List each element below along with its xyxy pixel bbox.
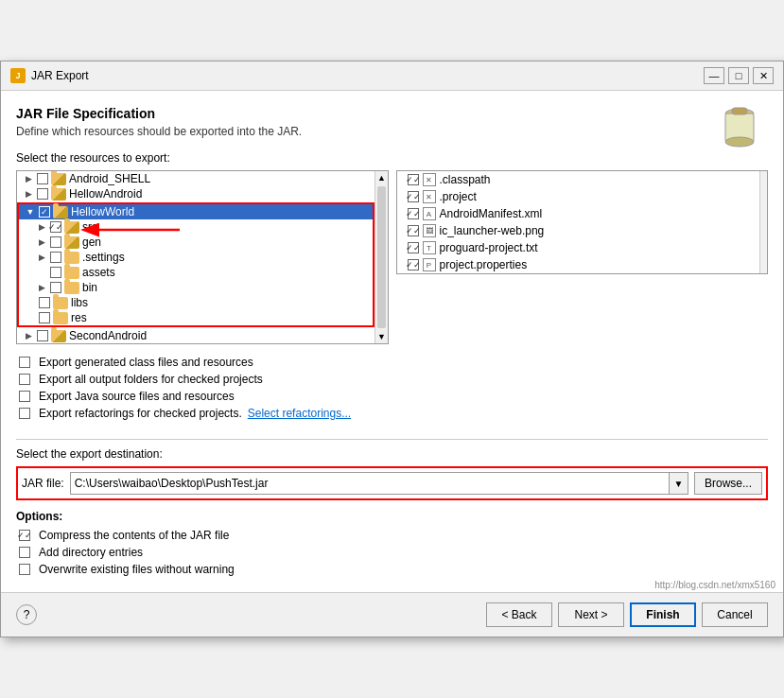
help-button[interactable]: ?	[16, 604, 37, 625]
expand-hellow-world[interactable]: ▼	[25, 206, 36, 218]
finish-button[interactable]: Finish	[630, 602, 696, 627]
tree-item-android-shell[interactable]: ▶ Android_SHELL	[17, 171, 375, 186]
expand-android-shell[interactable]: ▶	[23, 173, 34, 184]
label-opt2: Export all output folders for checked pr…	[39, 373, 263, 386]
tree-item-src[interactable]: ▶ ✓ src	[19, 219, 373, 235]
dialog-title: JAR Export	[31, 69, 89, 82]
checkbox-opt1[interactable]	[19, 357, 30, 368]
back-button[interactable]: < Back	[486, 602, 552, 627]
cancel-button[interactable]: Cancel	[702, 602, 768, 627]
checkbox-libs[interactable]	[39, 297, 50, 308]
right-item-project[interactable]: ✓ ✕ .project	[397, 188, 760, 205]
checkbox-properties[interactable]: ✓	[408, 259, 419, 270]
options-section: Options: ✓ Compress the contents of the …	[16, 510, 768, 578]
label-proguard: proguard-project.txt	[440, 241, 538, 254]
label-launcher: ic_launcher-web.png	[440, 224, 545, 237]
right-item-properties[interactable]: ✓ P project.properties	[397, 256, 760, 273]
checkbox-hellow-world[interactable]	[39, 206, 50, 218]
svg-rect-3	[732, 108, 747, 114]
select-refactorings-link[interactable]: Select refactorings...	[248, 407, 351, 420]
file-icon-properties: P	[423, 258, 436, 271]
label-assets: assets	[82, 266, 115, 279]
checkbox-src[interactable]: ✓	[50, 221, 61, 233]
maximize-button[interactable]: □	[728, 67, 749, 84]
tree-item-hellow-world[interactable]: ▼ HellowWorld	[19, 204, 373, 219]
scroll-up[interactable]: ▲	[375, 171, 389, 184]
minimize-button[interactable]: —	[704, 67, 724, 84]
checkbox-proguard[interactable]: ✓	[408, 242, 419, 253]
checkbox-hellow-android[interactable]	[37, 188, 48, 200]
page-title: JAR File Specification	[16, 106, 302, 121]
next-button[interactable]: Next >	[558, 602, 624, 627]
jar-file-label: JAR file:	[22, 477, 64, 490]
label-settings: .settings	[82, 251, 125, 264]
checkbox-second-android[interactable]	[37, 330, 48, 341]
checkbox-android-shell[interactable]	[37, 173, 48, 184]
folder-icon-hellow-world	[53, 206, 68, 218]
right-item-launcher[interactable]: ✓ 🖼 ic_launcher-web.png	[397, 222, 760, 239]
tree-item-gen[interactable]: ▶ gen	[19, 235, 373, 250]
tree-item-hellow-android[interactable]: ▶ HellowAndroid	[17, 186, 375, 201]
expand-gen[interactable]: ▶	[36, 236, 47, 248]
checkbox-settings[interactable]	[50, 252, 61, 263]
checkbox-gen[interactable]	[50, 236, 61, 248]
file-icon-project: ✕	[423, 190, 436, 203]
expand-src[interactable]: ▶	[36, 221, 47, 233]
checkbox-androidmanifest[interactable]: ✓	[408, 208, 419, 219]
separator	[16, 439, 768, 440]
title-bar: J JAR Export — □ ✕	[1, 61, 783, 91]
scroll-thumb[interactable]	[377, 186, 386, 328]
tree-scrollbar[interactable]: ▲ ▼	[375, 171, 388, 343]
expand-settings[interactable]: ▶	[36, 252, 47, 263]
checkbox-directory[interactable]	[19, 547, 30, 558]
label-gen: gen	[82, 236, 101, 249]
tree-content[interactable]: ▶ Android_SHELL ▶ HellowAndroid	[17, 171, 375, 343]
checkbox-launcher[interactable]: ✓	[408, 225, 419, 236]
checkbox-opt3[interactable]	[19, 391, 30, 402]
jar-icon: J	[10, 68, 26, 83]
folder-icon-second-android	[51, 330, 66, 342]
checkbox-bin[interactable]	[50, 282, 61, 293]
option-row-2: Export all output folders for checked pr…	[16, 371, 768, 388]
label-androidmanifest: AndroidManifest.xml	[440, 207, 543, 220]
checkbox-assets[interactable]	[50, 267, 61, 278]
browse-button[interactable]: Browse...	[694, 472, 762, 495]
jar-file-dropdown[interactable]: ▼	[669, 473, 688, 494]
label-properties: project.properties	[440, 258, 528, 271]
label-hellow-world: HellowWorld	[71, 205, 134, 218]
tree-item-second-android[interactable]: ▶ SecondAndroid	[17, 328, 375, 343]
jar-file-input[interactable]	[71, 477, 669, 490]
close-button[interactable]: ✕	[753, 67, 774, 84]
dest-section-label: Select the export destination:	[16, 447, 768, 461]
checkbox-classpath[interactable]: ✓	[408, 174, 419, 185]
expand-hellow-android[interactable]: ▶	[23, 188, 34, 200]
expand-bin[interactable]: ▶	[36, 282, 47, 293]
bottom-right-buttons: < Back Next > Finish Cancel	[486, 602, 768, 627]
options-overwrite-row: Overwrite existing files without warning	[16, 561, 768, 578]
checkbox-res[interactable]	[39, 312, 50, 323]
tree-item-settings[interactable]: ▶ .settings	[19, 250, 373, 265]
expand-second-android[interactable]: ▶	[23, 330, 34, 341]
checkbox-overwrite[interactable]	[19, 564, 30, 575]
tree-item-assets[interactable]: assets	[19, 265, 373, 280]
label-opt3: Export Java source files and resources	[39, 390, 235, 403]
label-src: src	[82, 220, 97, 234]
tree-item-res[interactable]: res	[19, 310, 373, 325]
left-panel: ▶ Android_SHELL ▶ HellowAndroid	[16, 170, 389, 344]
checkbox-project[interactable]: ✓	[408, 191, 419, 202]
folder-icon-bin	[64, 282, 79, 294]
label-res: res	[71, 311, 87, 324]
checkbox-compress[interactable]: ✓	[19, 530, 30, 541]
tree-item-libs[interactable]: libs	[19, 295, 373, 310]
right-item-classpath[interactable]: ✓ ✕ .classpath	[397, 171, 760, 188]
right-item-proguard[interactable]: ✓ T proguard-project.txt	[397, 239, 760, 256]
right-item-androidmanifest[interactable]: ✓ A AndroidManifest.xml	[397, 205, 760, 222]
checkbox-opt4[interactable]	[19, 408, 30, 419]
label-opt1: Export generated class files and resourc…	[39, 356, 253, 369]
tree-item-bin[interactable]: ▶ bin	[19, 280, 373, 295]
export-options-section: Export generated class files and resourc…	[16, 354, 768, 422]
page-subtitle: Define which resources should be exporte…	[16, 125, 302, 138]
checkbox-opt2[interactable]	[19, 374, 30, 385]
scroll-down[interactable]: ▼	[375, 330, 389, 343]
right-panel-content[interactable]: ✓ ✕ .classpath ✓ ✕ .project ✓ A Andr	[397, 171, 760, 273]
